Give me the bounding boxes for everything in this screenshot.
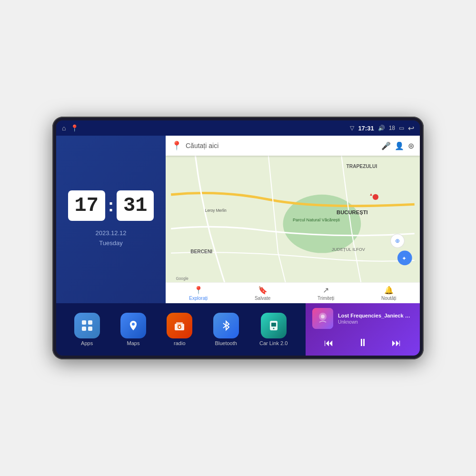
map-news-icon: 🔔 <box>384 286 394 295</box>
top-section: 17 : 31 2023.12.12 Tuesday 📍 Căutați aic… <box>56 136 420 303</box>
clock-colon: : <box>108 197 114 214</box>
screen: ⌂ 📍 ▽ 17:31 🔊 18 ▭ ↩ 17 : <box>56 120 420 356</box>
svg-point-22 <box>178 326 180 328</box>
music-play-pause-button[interactable]: ⏸ <box>353 335 373 351</box>
map-search-bar[interactable]: 📍 Căutați aici 🎤 👤 ⊛ <box>166 136 420 156</box>
clock-hour: 17 <box>68 190 105 221</box>
battery-level: 18 <box>389 125 395 131</box>
map-nav-explore[interactable]: 📍 Explorați <box>189 286 208 301</box>
clock-date-value: 2023.12.12 <box>95 228 126 238</box>
carlink-label: Car Link 2.0 <box>259 340 288 346</box>
clock-day: Tuesday <box>95 238 126 248</box>
status-time: 17:31 <box>358 125 374 132</box>
bluetooth-label: Bluetooth <box>215 340 237 346</box>
status-right-info: ▽ 17:31 🔊 18 ▭ ↩ <box>350 124 414 133</box>
map-nav-explore-label: Explorați <box>189 296 208 301</box>
app-item-bluetooth[interactable]: Bluetooth <box>213 313 239 346</box>
map-panel[interactable]: 📍 Căutați aici 🎤 👤 ⊛ <box>166 136 420 303</box>
svg-rect-16 <box>88 320 92 325</box>
app-item-radio[interactable]: FM radio <box>167 313 192 346</box>
map-send-icon: ↗ <box>323 286 329 295</box>
music-controls: ⏮ ⏸ ⏭ <box>312 335 413 351</box>
back-icon[interactable]: ↩ <box>408 124 414 133</box>
app-item-maps[interactable]: Maps <box>120 313 146 346</box>
app-item-apps[interactable]: Apps <box>74 313 100 346</box>
music-top: Lost Frequencies_Janieck Devy-... Unknow… <box>312 308 413 329</box>
status-bar: ⌂ 📍 ▽ 17:31 🔊 18 ▭ ↩ <box>56 120 420 136</box>
music-panel: Lost Frequencies_Janieck Devy-... Unknow… <box>306 303 420 356</box>
volume-icon: 🔊 <box>378 125 385 131</box>
svg-rect-15 <box>82 320 86 325</box>
clock-display: 17 : 31 <box>68 190 154 221</box>
clock-minute: 31 <box>117 190 154 221</box>
map-search-actions: 🎤 👤 ⊛ <box>381 141 414 150</box>
clock-panel: 17 : 31 2023.12.12 Tuesday <box>56 136 166 303</box>
svg-text:✦: ✦ <box>402 255 407 262</box>
svg-point-27 <box>273 328 274 329</box>
apps-panel: Apps Maps <box>56 303 306 356</box>
svg-rect-18 <box>88 327 92 331</box>
svg-point-19 <box>132 323 135 326</box>
svg-text:Leroy Merlin: Leroy Merlin <box>205 208 227 213</box>
bluetooth-icon <box>213 313 239 338</box>
main-area: 17 : 31 2023.12.12 Tuesday 📍 Căutați aic… <box>56 136 420 356</box>
svg-point-8 <box>373 194 378 200</box>
map-content: TRAPEZULUI BUCUREȘTI JUDEȚUL ILFOV BERCE… <box>166 156 420 282</box>
app-item-carlink[interactable]: Car Link 2.0 <box>259 313 288 346</box>
svg-rect-17 <box>82 327 86 331</box>
music-prev-button[interactable]: ⏮ <box>319 336 338 350</box>
music-title: Lost Frequencies_Janieck Devy-... <box>338 313 413 318</box>
svg-text:BERCENI: BERCENI <box>190 249 212 254</box>
status-left-icons: ⌂ 📍 <box>62 124 79 132</box>
map-bottom-bar: 📍 Explorați 🔖 Salvate ↗ Trimiteți 🔔 <box>166 282 420 303</box>
map-nav-news-label: Noutăți <box>381 296 397 301</box>
maps-shortcut-icon[interactable]: 📍 <box>70 124 79 132</box>
music-thumbnail <box>312 308 333 329</box>
device-frame: ⌂ 📍 ▽ 17:31 🔊 18 ▭ ↩ 17 : <box>52 117 424 359</box>
apps-icon <box>74 313 100 338</box>
music-next-button[interactable]: ⏭ <box>387 336 406 350</box>
apps-label: Apps <box>81 340 93 346</box>
carlink-icon <box>261 313 287 338</box>
svg-text:Google: Google <box>176 277 188 281</box>
map-nav-send-label: Trimiteți <box>317 296 334 301</box>
svg-text:Parcul Natural Văcărești: Parcul Natural Văcărești <box>293 218 340 222</box>
svg-text:⊕: ⊕ <box>395 238 400 244</box>
map-nav-saved[interactable]: 🔖 Salvate <box>255 286 270 301</box>
svg-text:BUCUREȘTI: BUCUREȘTI <box>337 209 368 215</box>
map-search-placeholder[interactable]: Căutați aici <box>186 142 377 149</box>
music-info: Lost Frequencies_Janieck Devy-... Unknow… <box>338 313 413 325</box>
map-account-icon[interactable]: 👤 <box>395 141 404 150</box>
map-nav-saved-label: Salvate <box>255 296 270 301</box>
svg-text:FM: FM <box>178 324 181 327</box>
home-icon[interactable]: ⌂ <box>62 124 66 132</box>
music-artist: Unknown <box>338 319 413 325</box>
svg-point-30 <box>321 315 325 318</box>
map-nav-news[interactable]: 🔔 Noutăți <box>381 286 397 301</box>
svg-text:JUDEȚUL ILFOV: JUDEȚUL ILFOV <box>332 247 366 252</box>
maps-icon <box>120 313 146 338</box>
map-search-pin-icon: 📍 <box>171 140 182 151</box>
radio-label: radio <box>174 340 185 346</box>
svg-text:TRAPEZULUI: TRAPEZULUI <box>347 164 377 169</box>
svg-rect-26 <box>271 323 276 327</box>
map-layers-icon[interactable]: ⊛ <box>408 141 414 150</box>
clock-date: 2023.12.12 Tuesday <box>95 228 126 248</box>
bottom-section: Apps Maps <box>56 303 420 356</box>
map-nav-send[interactable]: ↗ Trimiteți <box>317 286 334 301</box>
map-voice-icon[interactable]: 🎤 <box>381 141 391 150</box>
battery-icon: ▭ <box>399 125 404 131</box>
map-explore-icon: 📍 <box>194 286 203 295</box>
radio-icon: FM <box>167 313 192 338</box>
signal-icon: ▽ <box>350 125 354 131</box>
map-saved-icon: 🔖 <box>258 286 268 295</box>
maps-label: Maps <box>127 340 140 346</box>
svg-text:▲: ▲ <box>369 192 373 197</box>
